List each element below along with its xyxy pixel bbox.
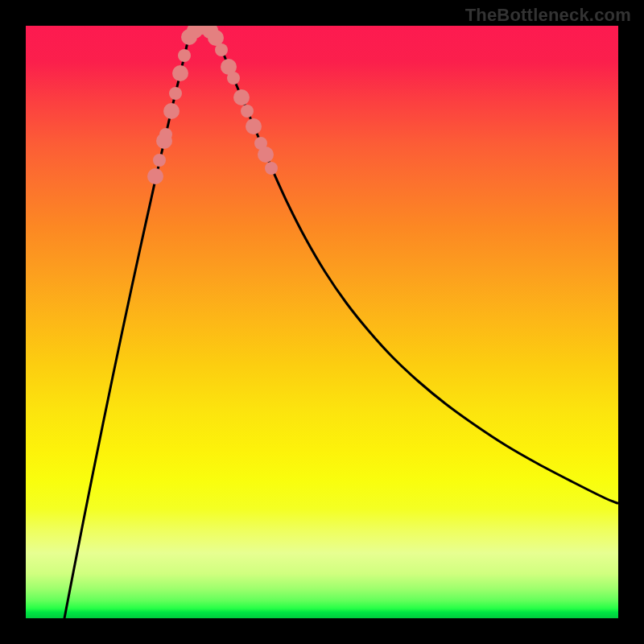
data-point-right-upper (265, 162, 278, 175)
data-point-left-lower (178, 49, 191, 62)
data-point-left-lower (169, 87, 182, 100)
v-curve (64, 28, 617, 618)
data-point-right-lower (227, 72, 240, 85)
data-point-right-upper (241, 105, 254, 118)
data-point-left-lower (172, 65, 188, 81)
data-point-right-upper (258, 147, 274, 163)
curve-layer (26, 26, 618, 618)
data-point-left-lower (163, 103, 180, 119)
data-point-right-upper (233, 89, 250, 105)
data-point-left-upper (147, 168, 163, 184)
data-point-right-lower (215, 43, 228, 56)
data-point-left-upper (153, 154, 166, 167)
watermark-label: TheBottleneck.com (465, 5, 631, 26)
data-point-left-upper (159, 128, 172, 141)
plot-area (26, 26, 618, 618)
chart-frame: TheBottleneck.com (0, 0, 644, 644)
data-point-right-upper (246, 118, 262, 134)
